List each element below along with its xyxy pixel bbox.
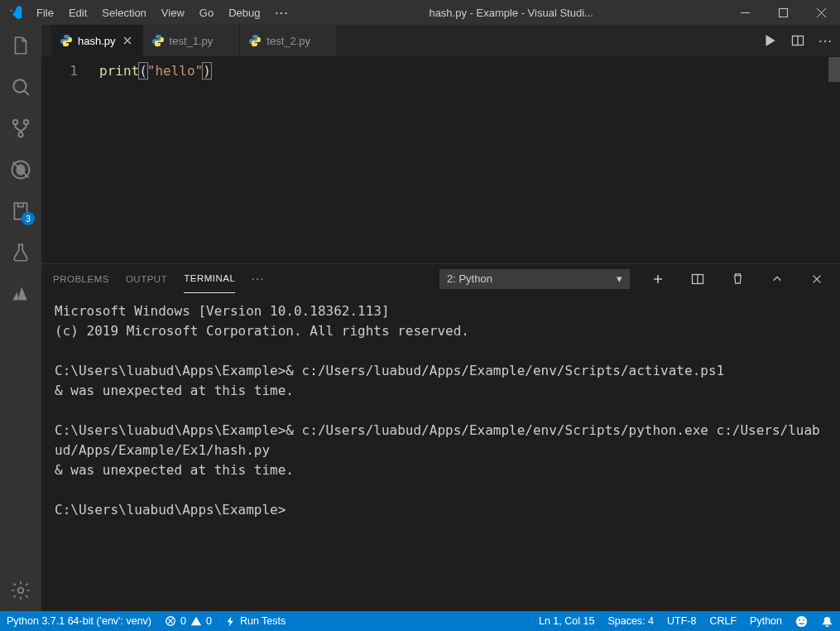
window-title: hash.py - Example - Visual Studi... (296, 7, 726, 19)
python-file-icon (248, 34, 262, 47)
chevron-down-icon: ▾ (617, 272, 622, 285)
menu-view[interactable]: View (154, 0, 192, 25)
minimize-button[interactable] (726, 0, 764, 25)
test-badge: 3 (22, 212, 35, 225)
code-editor[interactable]: 1 print("hello") (41, 56, 840, 263)
test-explorer-icon[interactable]: 3 (0, 190, 41, 232)
editor-scrollbar[interactable] (828, 57, 840, 263)
error-icon (165, 615, 176, 627)
svg-point-16 (799, 619, 800, 620)
panel-tab-problems[interactable]: Problems (53, 264, 109, 293)
menu-overflow[interactable]: ··· (267, 0, 296, 25)
debug-icon[interactable] (0, 149, 41, 190)
svg-point-17 (803, 619, 804, 620)
split-editor-icon[interactable] (784, 25, 812, 56)
status-feedback-icon[interactable] (789, 611, 814, 631)
tab-label: hash.py (78, 35, 116, 47)
python-file-icon (151, 34, 165, 47)
search-icon[interactable] (0, 66, 41, 108)
panel-tab-terminal[interactable]: Terminal (184, 264, 235, 293)
explorer-icon[interactable] (0, 25, 41, 66)
split-terminal-icon[interactable] (686, 267, 709, 291)
menu-go[interactable]: Go (192, 0, 221, 25)
close-panel-icon[interactable] (805, 267, 828, 291)
status-python-interpreter[interactable]: Python 3.7.1 64-bit ('env': venv) (0, 611, 158, 631)
tab-hash-py[interactable]: hash.py (51, 25, 143, 56)
panel-tab-bar: Problems Output Terminal ··· 2: Python ▾ (41, 264, 840, 293)
close-tab-icon[interactable] (121, 34, 134, 47)
menu-selection[interactable]: Selection (94, 0, 153, 25)
terminal-selector[interactable]: 2: Python ▾ (439, 269, 630, 289)
run-icon[interactable] (756, 25, 784, 56)
menu-debug[interactable]: Debug (221, 0, 267, 25)
svg-point-5 (18, 132, 22, 137)
status-bar: Python 3.7.1 64-bit ('env': venv) 0 0 Ru… (0, 611, 840, 631)
bottom-panel: Problems Output Terminal ··· 2: Python ▾… (41, 263, 840, 611)
activity-bar: 3 (0, 25, 41, 611)
python-file-icon (60, 34, 73, 47)
lightning-icon (225, 616, 236, 627)
tab-test-1-py[interactable]: test_1.py (143, 25, 241, 56)
svg-point-4 (24, 120, 28, 124)
warning-icon (190, 615, 202, 627)
panel-tab-output[interactable]: Output (126, 264, 167, 293)
line-number-gutter: 1 (41, 57, 99, 263)
svg-point-2 (13, 79, 26, 92)
beaker-icon[interactable] (0, 232, 41, 273)
close-button[interactable] (802, 0, 840, 25)
editor-more-icon[interactable]: ··· (812, 25, 840, 56)
status-indentation[interactable]: Spaces: 4 (601, 611, 660, 631)
settings-gear-icon[interactable] (0, 570, 41, 611)
tab-test-2-py[interactable]: test_2.py (240, 25, 338, 56)
menu-file[interactable]: File (29, 0, 61, 25)
kill-terminal-icon[interactable] (726, 267, 749, 291)
status-run-tests[interactable]: Run Tests (218, 611, 292, 631)
svg-rect-0 (741, 12, 750, 13)
status-eol[interactable]: CRLF (703, 611, 743, 631)
terminal-output[interactable]: Microsoft Windows [Version 10.0.18362.11… (41, 293, 840, 611)
status-encoding[interactable]: UTF-8 (660, 611, 703, 631)
status-notifications-icon[interactable] (814, 611, 840, 631)
new-terminal-icon[interactable] (646, 267, 670, 291)
status-language[interactable]: Python (743, 611, 789, 631)
svg-rect-1 (779, 8, 787, 17)
vscode-logo (0, 5, 29, 20)
panel-tab-overflow[interactable]: ··· (252, 264, 265, 293)
maximize-panel-icon[interactable] (766, 267, 789, 291)
maximize-button[interactable] (764, 0, 802, 25)
editor-tab-bar: hash.py test_1.py test_2.py ··· (41, 25, 840, 56)
status-cursor-position[interactable]: Ln 1, Col 15 (532, 611, 601, 631)
status-problems[interactable]: 0 0 (158, 611, 218, 631)
azure-icon[interactable] (0, 273, 41, 315)
svg-point-9 (18, 588, 24, 594)
title-bar: File Edit Selection View Go Debug ··· ha… (0, 0, 840, 25)
svg-point-7 (17, 165, 24, 175)
tab-label: test_1.py (170, 35, 214, 47)
svg-point-3 (13, 120, 17, 124)
source-control-icon[interactable] (0, 108, 41, 149)
tab-label: test_2.py (266, 35, 310, 47)
svg-point-15 (796, 615, 807, 626)
menu-edit[interactable]: Edit (61, 0, 94, 25)
code-content: print("hello") (99, 57, 840, 263)
